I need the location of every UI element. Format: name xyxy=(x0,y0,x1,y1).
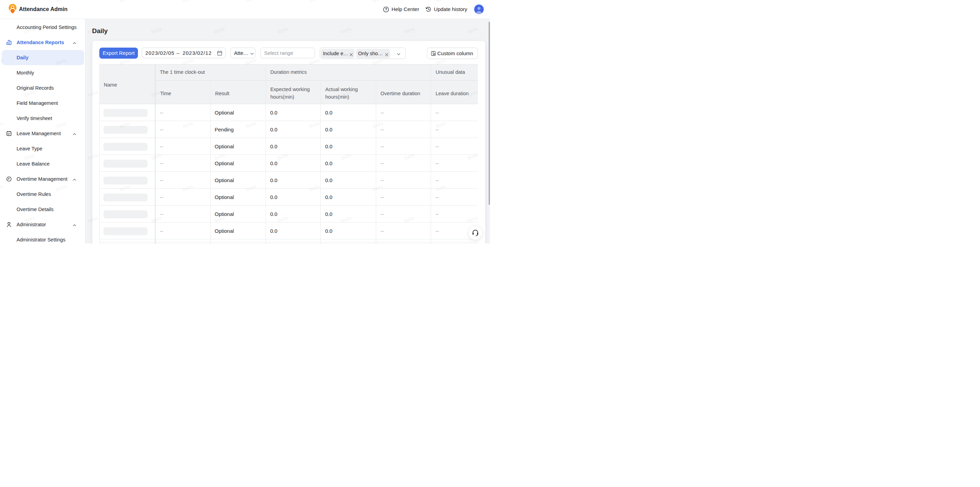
svg-text:?: ? xyxy=(385,8,387,11)
